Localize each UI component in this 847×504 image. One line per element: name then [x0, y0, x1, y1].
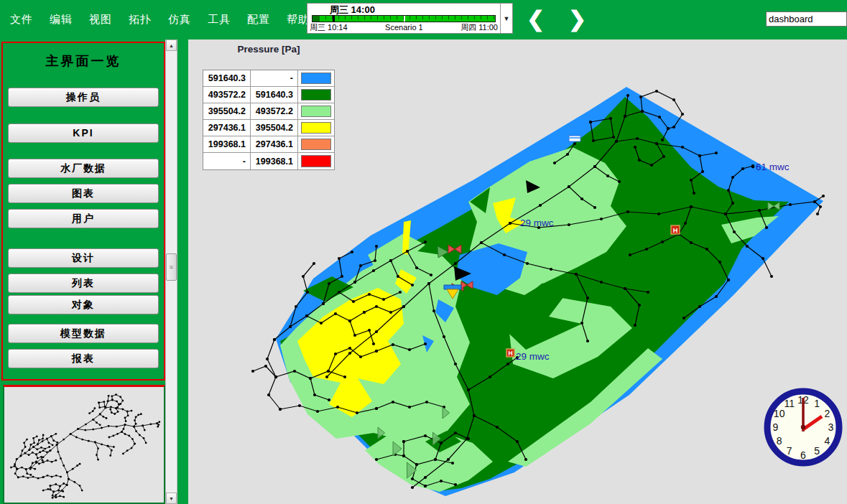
legend-swatch-cell: [298, 103, 334, 119]
menu-item-view[interactable]: 视图: [89, 13, 112, 27]
legend-title: Pressure [Pa]: [203, 44, 335, 55]
legend-to: 493572.2: [251, 103, 298, 119]
hydrant-icon-bottom[interactable]: H: [506, 349, 514, 357]
legend-from: 199368.1: [203, 136, 251, 152]
timeline-lead-segment: [313, 16, 320, 22]
thumbnail-network-graphic: [4, 387, 164, 503]
timeline-current-time: 周三 14:00: [330, 4, 498, 15]
legend-color-swatch: [301, 122, 331, 134]
top-menu-bar: 文件 编辑 视图 拓扑 仿真 工具 配置 帮助 周三 14:00 周三 10:1…: [0, 0, 847, 39]
legend-row: - 199368.1: [203, 153, 334, 169]
svg-text:5: 5: [814, 445, 820, 457]
sidebar-button-design[interactable]: 设计: [8, 248, 159, 268]
menu-item-tools[interactable]: 工具: [208, 13, 231, 27]
legend-color-swatch: [301, 155, 331, 167]
menu-item-topology[interactable]: 拓扑: [129, 13, 152, 27]
main-menu: 文件 编辑 视图 拓扑 仿真 工具 配置 帮助: [10, 0, 310, 39]
svg-text:H: H: [508, 350, 512, 357]
sidebar-button-kpi[interactable]: KPI: [8, 123, 159, 143]
legend-row: 591640.3 -: [203, 70, 334, 87]
legend-swatch-cell: [298, 70, 334, 86]
svg-text:4: 4: [824, 435, 830, 447]
sidebar-button-reports[interactable]: 报表: [8, 349, 159, 368]
legend-from: -: [203, 153, 251, 169]
legend-row: 297436.1 395504.2: [203, 120, 334, 136]
menu-item-simulation[interactable]: 仿真: [168, 13, 191, 27]
svg-text:6: 6: [800, 449, 806, 461]
svg-text:2: 2: [824, 408, 830, 419]
sidebar-button-operator[interactable]: 操作员: [8, 88, 159, 107]
legend-to: 395504.2: [251, 120, 298, 136]
pressure-legend: Pressure [Pa] 591640.3 - 493572.2 591640…: [203, 44, 335, 170]
legend-swatch-cell: [298, 153, 334, 169]
step-forward-button[interactable]: ❯: [568, 4, 586, 34]
dashboard-name-input[interactable]: [766, 11, 847, 27]
timeline-start-label: 周三 10:14: [310, 22, 348, 32]
sidebar-button-objects[interactable]: 对象: [8, 295, 159, 314]
legend-swatch-cell: [298, 120, 334, 136]
legend-from: 297436.1: [203, 120, 251, 136]
sidebar-button-users[interactable]: 用户: [8, 209, 159, 228]
arrow-down-icon: ▼: [169, 496, 174, 501]
timeline-labels: 周三 10:14 Scenario 1 周四 11:00: [310, 22, 498, 32]
sidebar-button-charts[interactable]: 图表: [8, 184, 159, 203]
scrollbar-thumb[interactable]: ≡: [166, 253, 177, 281]
svg-text:9: 9: [773, 421, 779, 433]
legend-row: 493572.2 591640.3: [203, 87, 334, 103]
legend-color-swatch: [301, 89, 331, 101]
svg-text:7: 7: [787, 445, 792, 457]
legend-color-swatch: [301, 73, 331, 84]
sidebar-title: 主界面一览: [3, 52, 164, 70]
legend-row: 199368.1 297436.1: [203, 136, 334, 153]
pressure-label-29mwc-center: 29 mwc: [520, 218, 554, 228]
legend-to: 591640.3: [251, 87, 298, 103]
legend-color-swatch: [301, 106, 331, 117]
app-window: { "app": { "background_green": "#00A13E"…: [0, 0, 847, 504]
timeline-scrubber[interactable]: [312, 15, 496, 22]
timeline-main: 周三 14:00 周三 10:14 Scenario 1 周四 11:00: [307, 4, 500, 33]
svg-text:3: 3: [828, 421, 834, 433]
map-viewport[interactable]: H H 61 mwc 29 mwc 29 mwc Pressure [Pa] 5…: [188, 39, 847, 504]
chevron-left-icon: ❮: [527, 7, 545, 31]
scrollbar-down-button[interactable]: ▼: [166, 493, 177, 504]
chevron-down-icon: ▼: [504, 15, 510, 22]
hydrant-icon-right[interactable]: H: [671, 225, 680, 234]
menu-item-config[interactable]: 配置: [247, 13, 270, 27]
timeline-scenario-label: Scenario 1: [385, 22, 423, 32]
legend-to: 199368.1: [251, 153, 298, 169]
scrollbar-up-button[interactable]: ▲: [166, 39, 177, 51]
pressure-label-61mwc: 61 mwc: [756, 162, 790, 172]
pressure-label-29mwc-bottom: 29 mwc: [516, 351, 550, 362]
timeline-scenario-divider: [404, 16, 405, 22]
sidebar: 主界面一览 操作员 KPI 水厂数据 图表 用户 设计 列表 对象 模型数据 报…: [0, 39, 188, 504]
svg-text:H: H: [673, 227, 678, 234]
legend-row: 395504.2 493572.2: [203, 103, 334, 120]
timeline-widget[interactable]: 周三 14:00 周三 10:14 Scenario 1 周四 11:00 ▼: [307, 3, 513, 34]
timeline-position-marker[interactable]: [333, 15, 335, 22]
legend-from: 395504.2: [203, 103, 251, 119]
sidebar-button-lists[interactable]: 列表: [8, 274, 159, 293]
legend-to: 297436.1: [251, 136, 298, 152]
grip-icon: ≡: [170, 263, 173, 271]
timeline-dropdown-button[interactable]: ▼: [500, 4, 512, 33]
legend-swatch-cell: [298, 87, 334, 103]
menu-item-edit[interactable]: 编辑: [50, 13, 73, 27]
analog-clock: 123456789101112: [762, 386, 844, 468]
legend-from: 493572.2: [203, 87, 251, 103]
svg-text:8: 8: [777, 435, 782, 447]
legend-to: -: [251, 70, 298, 86]
pump-station-icon: [569, 137, 580, 139]
sidebar-navigation-panel: 主界面一览 操作员 KPI 水厂数据 图表 用户 设计 列表 对象 模型数据 报…: [1, 42, 165, 381]
network-overview-thumbnail[interactable]: [3, 385, 165, 504]
sidebar-scrollbar[interactable]: ▲ ≡ ▼: [165, 39, 177, 504]
timeline-end-label: 周四 11:00: [460, 22, 498, 32]
tank-icon: [444, 285, 461, 289]
legend-table: 591640.3 - 493572.2 591640.3 395504.2 49…: [203, 70, 335, 170]
legend-from: 591640.3: [203, 70, 251, 86]
sidebar-button-plant-data[interactable]: 水厂数据: [8, 159, 159, 178]
sidebar-button-model-data[interactable]: 模型数据: [8, 324, 159, 343]
menu-item-file[interactable]: 文件: [10, 13, 33, 27]
svg-text:1: 1: [814, 398, 820, 409]
chevron-right-icon: ❯: [568, 7, 586, 31]
step-back-button[interactable]: ❮: [527, 4, 545, 34]
